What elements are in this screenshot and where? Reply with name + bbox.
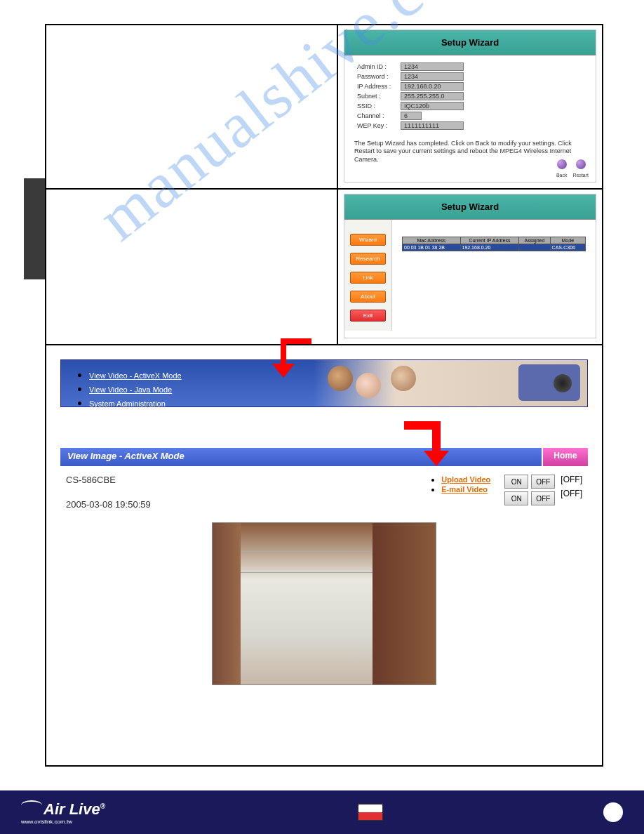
wizard2-sidebar: Wizard Research Link About Exit	[344, 220, 392, 331]
wizard1-message: The Setup Wizard has completed. Click on…	[354, 140, 586, 164]
input-password[interactable]: 1234	[401, 72, 464, 81]
label-ip: IP Address :	[357, 83, 401, 90]
setup-wizard-panel-2: Setup Wizard Wizard Research Link About …	[344, 194, 596, 338]
camera-nav-bar: View Video - ActiveX Mode View Video - J…	[60, 359, 588, 407]
link-upload-video[interactable]: Upload Video	[441, 475, 490, 484]
sidebar-research-button[interactable]: Research	[350, 253, 386, 265]
email-off-button[interactable]: OFF	[531, 491, 555, 505]
row2-left-empty	[46, 190, 338, 344]
input-ssid[interactable]: IQC120b	[401, 102, 464, 110]
label-ssid: SSID :	[357, 102, 401, 110]
camera-video-frame	[212, 522, 436, 685]
th-mac: Mac Address	[403, 237, 461, 244]
restart-button[interactable]: Restart	[572, 159, 589, 178]
label-channel: Channel :	[357, 112, 401, 119]
callout-arrow-2-icon	[404, 418, 452, 468]
input-wep[interactable]: 1111111111	[401, 121, 464, 130]
device-table: Mac Address Current IP Address Assigned …	[402, 237, 586, 251]
home-button[interactable]: Home	[542, 448, 588, 466]
sidebar-exit-button[interactable]: Exit	[350, 310, 386, 322]
back-button[interactable]: Back	[556, 159, 568, 178]
upload-on-button[interactable]: ON	[504, 475, 528, 489]
input-channel[interactable]: 6	[401, 112, 422, 120]
label-wep: WEP Key :	[357, 122, 401, 129]
label-subnet: Subnet :	[357, 93, 401, 100]
th-mode: Mode	[550, 237, 585, 244]
sidebar-wizard-button[interactable]: Wizard	[350, 234, 386, 246]
setup-wizard-panel-1: Setup Wizard Admin ID :1234 Password :12…	[344, 29, 596, 183]
view-image-title: View Image - ActiveX Mode	[60, 448, 542, 466]
input-subnet[interactable]: 255.255.255.0	[401, 92, 464, 100]
label-admin-id: Admin ID :	[357, 63, 401, 70]
input-admin-id[interactable]: 1234	[401, 62, 464, 71]
sidebar-about-button[interactable]: About	[350, 291, 386, 303]
link-view-java[interactable]: View Video - Java Mode	[89, 385, 172, 394]
page-frame: Setup Wizard Admin ID :1234 Password :12…	[45, 24, 603, 767]
timestamp: 2005-03-08 19:50:59	[66, 499, 430, 510]
email-status: [OFF]	[561, 489, 582, 498]
sidebar-link-button[interactable]: Link	[350, 272, 386, 284]
input-ip[interactable]: 192.168.0.20	[401, 82, 464, 91]
row1-left-empty	[46, 25, 338, 188]
link-view-activex[interactable]: View Video - ActiveX Mode	[89, 371, 182, 380]
camera-name: CS-586CBE	[66, 475, 430, 485]
view-image-bar: View Image - ActiveX Mode Home	[60, 448, 588, 466]
wizard1-title: Setup Wizard	[344, 30, 596, 55]
brand-url: www.ovislink.com.tw	[21, 819, 105, 825]
brand-logo: Air Live®	[21, 800, 105, 818]
email-on-button[interactable]: ON	[504, 491, 528, 505]
side-tab	[24, 178, 45, 279]
wizard2-title: Setup Wizard	[344, 194, 596, 220]
upload-off-button[interactable]: OFF	[531, 475, 555, 489]
upload-status: [OFF]	[561, 475, 582, 484]
link-email-video[interactable]: E-mail Video	[441, 485, 488, 494]
table-row[interactable]: 00 03 1B 01 38 2B 192.168.0.20 CAS-C300	[403, 244, 586, 251]
page-circle-icon	[603, 802, 623, 822]
nav-banner-image	[314, 360, 587, 406]
callout-arrow-1-icon	[271, 333, 313, 379]
flag-icon	[358, 804, 383, 821]
footer: Air Live® www.ovislink.com.tw	[0, 790, 644, 834]
th-assigned: Assigned	[519, 237, 550, 244]
th-ip: Current IP Address	[460, 237, 519, 244]
link-sys-admin[interactable]: System Administration	[89, 399, 166, 408]
label-password: Password :	[357, 73, 401, 80]
